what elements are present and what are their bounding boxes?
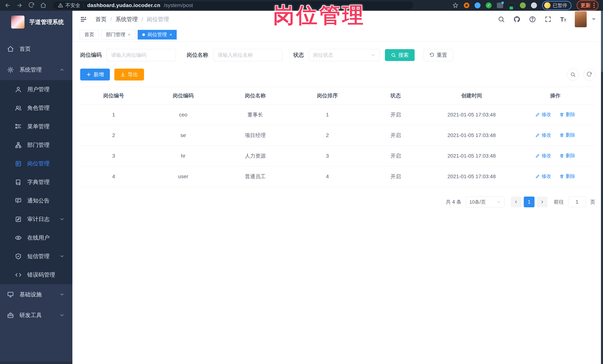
close-icon[interactable]: × [128, 33, 130, 37]
pencil-icon [535, 153, 540, 158]
search-button-label: 搜索 [398, 52, 409, 59]
fullscreen-icon[interactable] [545, 16, 552, 23]
sidebar-item-label: 在线用户 [27, 234, 49, 242]
delete-link[interactable]: 删除 [559, 153, 575, 159]
reset-button[interactable]: 重置 [423, 49, 453, 61]
profile-paused-badge[interactable]: 已暂停 [542, 1, 571, 10]
total-count: 共 4 条 [446, 199, 461, 205]
prev-page-button[interactable] [511, 197, 522, 207]
browser-back-icon[interactable] [4, 2, 11, 9]
sidebar-item-roles[interactable]: 角色管理 [0, 99, 72, 117]
github-icon[interactable] [513, 16, 521, 23]
search-button[interactable]: 搜索 [385, 49, 415, 61]
extension-ubuntu-icon[interactable] [464, 3, 469, 8]
edit-link[interactable]: 修改 [535, 153, 551, 159]
toggle-search-button[interactable] [567, 69, 579, 80]
extension-server-icon[interactable] [508, 3, 515, 8]
chevron-down-icon [59, 292, 65, 297]
browser-menu-icon[interactable] [593, 3, 595, 8]
extension-leaf-icon[interactable] [520, 2, 526, 8]
page-size-value: 10条/页 [469, 199, 486, 205]
app-logo[interactable]: 芋道管理系统 [0, 11, 72, 33]
sidebar-item-label: 短信管理 [27, 253, 49, 260]
collapse-sidebar-icon[interactable] [80, 16, 87, 23]
sidebar-item-online-users[interactable]: 在线用户 [0, 229, 72, 247]
delete-link[interactable]: 删除 [559, 132, 575, 138]
extensions-puzzle-icon[interactable] [531, 2, 537, 8]
post-code-label: 岗位编码 [80, 51, 102, 59]
tab-departments[interactable]: 部门管理 × [101, 30, 135, 40]
chevron-up-icon [59, 67, 65, 72]
post-code-input[interactable] [106, 49, 176, 61]
search-icon [391, 53, 396, 58]
address-bar[interactable]: 不安全 dashboard.yudao.iocoder.cn/system/po… [53, 1, 413, 10]
browser-update-button[interactable]: 更新 [577, 0, 599, 10]
export-button[interactable]: 导出 [114, 69, 144, 80]
cell-status: 开启 [363, 105, 428, 125]
browser-home-icon[interactable] [40, 2, 46, 9]
next-page-button[interactable] [537, 197, 547, 207]
help-icon[interactable] [529, 16, 536, 23]
page-size-select[interactable]: 10条/页 [466, 197, 504, 207]
pencil-icon [535, 112, 540, 117]
column-header-sort: 岗位排序 [291, 87, 364, 105]
sidebar-item-home[interactable]: 首页 [0, 39, 72, 59]
browser-reload-icon[interactable] [28, 2, 35, 9]
add-button[interactable]: 新增 [80, 69, 110, 80]
sidebar-item-departments[interactable]: 部门管理 [0, 136, 72, 154]
sidebar-item-menus[interactable]: 菜单管理 [0, 117, 72, 136]
cell-id: 4 [80, 166, 147, 187]
sidebar-item-users[interactable]: 用户管理 [0, 80, 72, 99]
breadcrumb-home[interactable]: 首页 [95, 16, 106, 23]
home-icon [7, 46, 14, 53]
edit-link[interactable]: 修改 [535, 132, 551, 138]
sidebar-item-audit-log[interactable]: 审计日志 [0, 210, 72, 229]
sidebar-item-error-codes[interactable]: 错误码管理 [0, 265, 72, 284]
sidebar-item-notices[interactable]: 通知公告 [0, 191, 72, 210]
logo-image [11, 16, 24, 29]
post-name-input[interactable] [213, 49, 282, 61]
tab-home[interactable]: 首页 [80, 30, 99, 40]
extension-drop-icon[interactable] [475, 2, 480, 8]
gear-icon [7, 66, 14, 73]
column-header-code: 岗位编码 [147, 87, 219, 105]
font-size-icon[interactable]: TT [560, 16, 566, 23]
chevron-down-icon [59, 313, 65, 318]
sidebar-bottom-strip [0, 361, 72, 364]
delete-link[interactable]: 删除 [559, 173, 575, 179]
bookmark-star-icon[interactable] [452, 2, 459, 9]
tab-posts[interactable]: 岗位管理 × [138, 30, 177, 40]
sidebar-item-label: 审计日志 [27, 215, 49, 223]
sidebar-item-infrastructure[interactable]: 基础设施 [0, 284, 72, 305]
window-scrollbar[interactable] [601, 11, 603, 364]
user-avatar[interactable] [575, 11, 587, 27]
current-page-button[interactable]: 1 [524, 197, 534, 207]
org-chart-icon [15, 142, 22, 149]
delete-link[interactable]: 删除 [559, 111, 575, 118]
breadcrumb-separator: / [110, 16, 112, 22]
cell-sort: 3 [291, 146, 364, 166]
status-select[interactable]: 岗位状态 [309, 49, 380, 61]
sidebar-item-dev-tools[interactable]: 研发工具 [0, 305, 72, 326]
tab-label: 岗位管理 [148, 31, 167, 38]
search-icon[interactable] [498, 16, 505, 23]
sidebar-item-dictionary[interactable]: 字典管理 [0, 173, 72, 191]
edit-link[interactable]: 修改 [535, 111, 551, 118]
browser-forward-icon[interactable] [16, 2, 23, 9]
edit-link[interactable]: 修改 [535, 173, 551, 179]
trash-icon [559, 112, 564, 117]
extension-check-icon[interactable]: ✓ [486, 2, 492, 8]
goto-page-input[interactable] [568, 197, 586, 207]
sidebar-item-system[interactable]: 系统管理 [0, 59, 72, 80]
refresh-table-button[interactable] [583, 69, 595, 80]
security-chip[interactable]: 不安全 [58, 2, 80, 9]
sidebar-item-sms[interactable]: 短信管理 [0, 247, 72, 265]
reset-button-label: 重置 [437, 52, 447, 59]
breadcrumb-system[interactable]: 系统管理 [116, 16, 138, 23]
cell-id: 1 [80, 105, 147, 125]
avatar-caret-icon[interactable] [592, 18, 596, 20]
system-submenu: 用户管理 角色管理 菜单管理 部门管理 岗位管理 字典管理 [0, 80, 72, 284]
close-icon[interactable]: × [169, 33, 172, 37]
extension-keyboard-icon[interactable] [497, 3, 503, 8]
sidebar-item-posts[interactable]: 岗位管理 [0, 154, 72, 173]
